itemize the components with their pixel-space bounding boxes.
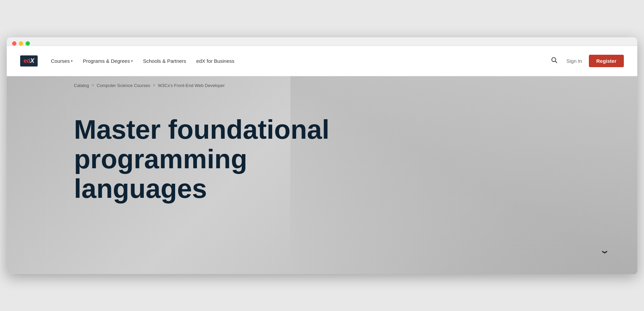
close-button[interactable] xyxy=(12,41,16,46)
maximize-button[interactable] xyxy=(26,41,30,46)
programs-chevron-icon: ▾ xyxy=(131,59,133,63)
hero-title: Master foundational programming language… xyxy=(74,115,376,204)
browser-chrome xyxy=(7,37,637,46)
breadcrumb-separator-2: > xyxy=(153,83,155,88)
logo[interactable]: edX xyxy=(20,55,38,66)
browser-window: edX Courses ▾ Programs & Degrees ▾ Schoo… xyxy=(7,37,637,274)
hero-title-line1: Master foundational xyxy=(74,115,329,144)
nav-actions: Sign In Register xyxy=(549,55,624,67)
courses-chevron-icon: ▾ xyxy=(71,59,73,63)
search-button[interactable] xyxy=(549,55,560,67)
breadcrumb-cs-courses[interactable]: Computer Science Courses xyxy=(97,83,150,88)
svg-line-1 xyxy=(555,61,557,63)
breadcrumb-separator-1: > xyxy=(92,83,94,88)
sign-in-label: Sign In xyxy=(566,58,582,64)
logo-text: edX xyxy=(20,55,38,66)
breadcrumb-current: W3Cx's Front-End Web Developer xyxy=(158,83,225,88)
sign-in-button[interactable]: Sign In xyxy=(566,58,582,64)
nav-links: Courses ▾ Programs & Degrees ▾ Schools &… xyxy=(51,58,549,64)
search-icon xyxy=(551,57,558,63)
nav-courses[interactable]: Courses ▾ xyxy=(51,58,73,64)
nav-schools-label: Schools & Partners xyxy=(143,58,186,64)
navbar: edX Courses ▾ Programs & Degrees ▾ Schoo… xyxy=(7,46,637,76)
register-label: Register xyxy=(596,58,616,64)
register-button[interactable]: Register xyxy=(589,55,624,67)
hero-text: Master foundational programming language… xyxy=(7,95,637,230)
nav-programs-label: Programs & Degrees xyxy=(83,58,130,64)
breadcrumb-catalog[interactable]: Catalog xyxy=(74,83,89,88)
breadcrumb: Catalog > Computer Science Courses > W3C… xyxy=(7,76,637,95)
nav-programs[interactable]: Programs & Degrees ▾ xyxy=(83,58,133,64)
hero-title-line2: programming languages xyxy=(74,144,247,204)
nav-schools[interactable]: Schools & Partners xyxy=(143,58,186,64)
chevron-down-icon: ❯ xyxy=(602,250,608,254)
nav-business[interactable]: edX for Business xyxy=(196,58,234,64)
traffic-lights xyxy=(12,41,30,46)
logo-ed: ed xyxy=(24,57,30,64)
nav-courses-label: Courses xyxy=(51,58,70,64)
hero-section: Catalog > Computer Science Courses > W3C… xyxy=(7,76,637,274)
nav-business-label: edX for Business xyxy=(196,58,234,64)
minimize-button[interactable] xyxy=(19,41,23,46)
